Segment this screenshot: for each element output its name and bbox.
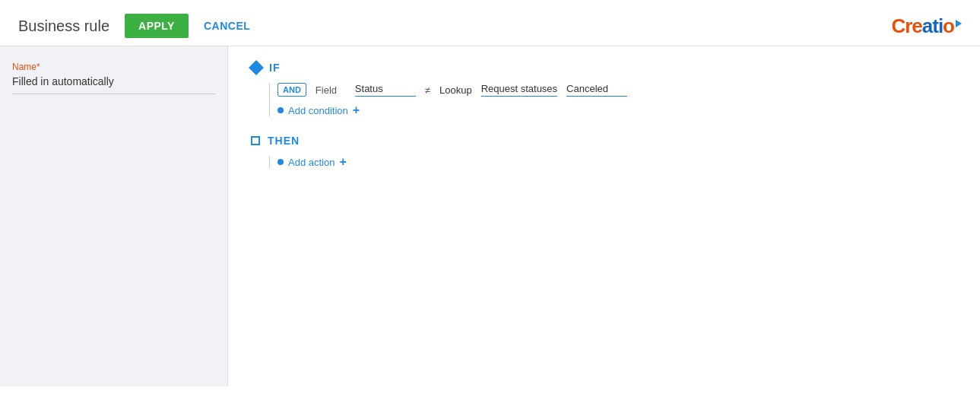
logo-text-blue: ati — [922, 14, 943, 38]
add-condition-link[interactable]: Add condition — [288, 105, 348, 116]
sidebar: Name* Filled in automatically — [0, 46, 228, 386]
condition-type: Lookup — [439, 84, 472, 96]
then-keyword: THEN — [268, 135, 300, 147]
add-action-dot — [278, 159, 284, 165]
logo-text-orange2: o — [943, 14, 954, 38]
add-condition-row: Add condition + — [278, 104, 957, 116]
diamond-icon — [249, 60, 264, 75]
then-section: THEN Add action + — [251, 135, 957, 168]
logo: Creatio — [891, 14, 962, 38]
condition-field-label: Field — [316, 84, 346, 96]
add-condition-dot — [278, 107, 284, 113]
add-action-link[interactable]: Add action — [288, 157, 335, 168]
header-left: Business rule APPLY CANCEL — [18, 14, 250, 38]
if-section-header: IF — [251, 62, 957, 74]
add-action-plus-icon[interactable]: + — [339, 156, 346, 168]
page-title: Business rule — [18, 17, 109, 35]
condition-operator: ≠ — [425, 84, 430, 96]
main-layout: Name* Filled in automatically IF AND Fie… — [0, 46, 980, 386]
condition-status-value[interactable]: Status — [355, 83, 416, 97]
add-condition-plus-icon[interactable]: + — [353, 104, 360, 116]
logo-text: Cre — [891, 14, 921, 38]
if-keyword: IF — [269, 62, 280, 74]
cancel-button[interactable]: CANCEL — [204, 20, 250, 32]
if-section: IF AND Field Status ≠ Lookup Request sta… — [251, 62, 957, 116]
action-block: Add action + — [269, 156, 957, 168]
content-area: IF AND Field Status ≠ Lookup Request sta… — [228, 46, 980, 386]
name-field-value: Filled in automatically — [12, 75, 215, 94]
header: Business rule APPLY CANCEL Creatio — [0, 0, 980, 46]
condition-lookup-source[interactable]: Request statuses — [481, 83, 557, 97]
apply-button[interactable]: APPLY — [125, 14, 189, 38]
condition-block: AND Field Status ≠ Lookup Request status… — [269, 83, 957, 116]
add-action-row: Add action + — [278, 156, 957, 168]
then-section-header: THEN — [251, 135, 957, 147]
logo-arrow-icon — [956, 20, 962, 27]
and-badge: AND — [278, 83, 306, 97]
square-icon — [251, 136, 260, 145]
condition-row: AND Field Status ≠ Lookup Request status… — [278, 83, 957, 97]
name-field-label: Name* — [12, 62, 215, 72]
condition-result-value[interactable]: Canceled — [566, 83, 627, 97]
